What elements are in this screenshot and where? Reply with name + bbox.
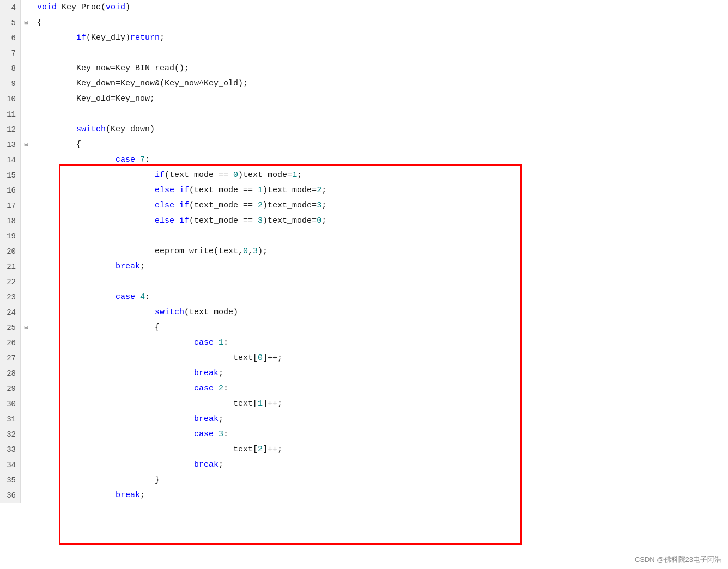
code-token: ; xyxy=(219,460,223,469)
code-content: case 1: xyxy=(32,335,728,351)
code-token: )text_mode= xyxy=(238,170,292,180)
line-number: 14 xyxy=(0,152,21,168)
code-token: break xyxy=(116,491,140,500)
code-token: : xyxy=(145,155,150,164)
code-token xyxy=(37,460,194,469)
code-token: ; xyxy=(321,201,326,210)
code-token: ) xyxy=(125,3,130,12)
code-content: case 4: xyxy=(32,290,728,305)
line-number: 16 xyxy=(0,183,21,198)
fold-icon[interactable]: ⊟ xyxy=(21,15,32,30)
code-token: 2 xyxy=(317,186,321,195)
code-line: 19 xyxy=(0,229,728,244)
code-token: ; xyxy=(160,33,165,42)
code-content: switch(text_mode) xyxy=(32,305,728,320)
code-token: ]++; xyxy=(263,399,282,408)
line-number: 33 xyxy=(0,442,21,457)
code-line: 26 case 1: xyxy=(0,335,728,351)
code-content: case 2: xyxy=(32,381,728,396)
line-number: 27 xyxy=(0,351,21,366)
code-content: Key_now=Key_BIN_read(); xyxy=(32,61,728,76)
line-number: 13 xyxy=(0,137,21,152)
code-token: Key_now=Key_BIN_read(); xyxy=(37,64,189,73)
code-token: break xyxy=(116,262,140,271)
code-token: ; xyxy=(140,491,145,500)
code-token: break xyxy=(194,369,219,378)
code-token: case xyxy=(194,338,219,347)
code-token xyxy=(37,125,76,134)
code-line: 12 switch(Key_down) xyxy=(0,122,728,137)
code-token: Key_down=Key_now&(Key_now^Key_old); xyxy=(37,79,248,88)
code-token: } xyxy=(37,475,160,485)
code-line: 33 text[2]++; xyxy=(0,442,728,457)
code-token: Key_Proc( xyxy=(62,3,106,12)
code-line: 30 text[1]++; xyxy=(0,396,728,412)
code-token xyxy=(37,338,194,347)
line-number: 8 xyxy=(0,61,21,76)
line-number: 11 xyxy=(0,107,21,122)
code-content: void Key_Proc(void) xyxy=(32,0,728,15)
code-line: 13⊟ { xyxy=(0,137,728,152)
code-token: { xyxy=(37,140,81,149)
code-token xyxy=(37,414,194,424)
code-line: 21 break; xyxy=(0,259,728,274)
code-token: ]++; xyxy=(263,445,282,454)
code-token: , xyxy=(248,247,253,256)
code-line: 27 text[0]++; xyxy=(0,351,728,366)
code-content: Key_down=Key_now&(Key_now^Key_old); xyxy=(32,76,728,91)
code-line: 29 case 2: xyxy=(0,381,728,396)
line-number: 31 xyxy=(0,412,21,427)
code-line: 14 case 7: xyxy=(0,152,728,168)
code-content: text[2]++; xyxy=(32,442,728,457)
code-token: text[ xyxy=(37,353,258,363)
code-line: 8 Key_now=Key_BIN_read(); xyxy=(0,61,728,76)
line-number: 7 xyxy=(0,46,21,61)
code-token: ); xyxy=(258,247,268,256)
line-number: 36 xyxy=(0,488,21,503)
code-token: else if xyxy=(155,216,189,225)
code-token: break xyxy=(194,414,219,424)
code-token: (Key_down) xyxy=(106,125,155,134)
code-token: ; xyxy=(219,414,223,424)
code-token: case xyxy=(116,155,140,164)
code-token: 3 xyxy=(219,430,223,439)
code-content: if(Key_dly)return; xyxy=(32,30,728,46)
code-token: break xyxy=(194,460,219,469)
line-number: 22 xyxy=(0,274,21,290)
code-token: 0 xyxy=(317,216,321,225)
line-number: 4 xyxy=(0,0,21,15)
code-token: 3 xyxy=(253,247,258,256)
code-token: Key_old=Key_now; xyxy=(37,94,155,103)
code-line: 18 else if(text_mode == 3)text_mode=0; xyxy=(0,213,728,229)
line-number: 17 xyxy=(0,198,21,213)
code-token: (text_mode == xyxy=(189,201,258,210)
code-content: switch(Key_down) xyxy=(32,122,728,137)
code-line: 4void Key_Proc(void) xyxy=(0,0,728,15)
code-token: 0 xyxy=(233,170,238,180)
code-token: : xyxy=(223,384,228,393)
code-token: : xyxy=(223,338,228,347)
code-line: 35 } xyxy=(0,473,728,488)
watermark: CSDN @佛科院23电子阿浩 xyxy=(635,555,721,565)
code-content: break; xyxy=(32,488,728,503)
code-token: 1 xyxy=(219,338,223,347)
code-token: (text_mode == xyxy=(189,216,258,225)
code-token: 3 xyxy=(317,201,321,210)
code-content: case 3: xyxy=(32,427,728,442)
code-token xyxy=(37,216,155,225)
code-token: 0 xyxy=(243,247,248,256)
code-content: { xyxy=(32,137,728,152)
code-token: { xyxy=(37,323,160,332)
code-token: (text_mode == xyxy=(189,186,258,195)
fold-icon[interactable]: ⊟ xyxy=(21,137,32,152)
code-token: return xyxy=(130,33,160,42)
code-token: : xyxy=(223,430,228,439)
code-content: else if(text_mode == 3)text_mode=0; xyxy=(32,213,728,229)
code-token: void xyxy=(106,3,125,12)
code-token: 0 xyxy=(258,353,263,363)
code-token: )text_mode= xyxy=(263,201,317,210)
fold-icon[interactable]: ⊟ xyxy=(21,320,32,335)
code-token: 4 xyxy=(140,292,145,302)
code-content: break; xyxy=(32,259,728,274)
code-line: 17 else if(text_mode == 2)text_mode=3; xyxy=(0,198,728,213)
